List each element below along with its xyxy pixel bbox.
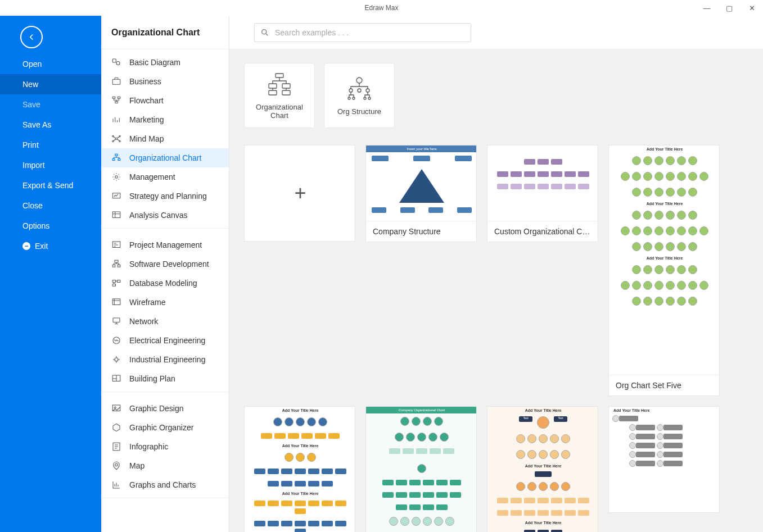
category-item-graphic-design[interactable]: Graphic Design: [101, 399, 229, 418]
file-menu-export-send[interactable]: Export & Send: [0, 175, 101, 195]
map-icon: [111, 461, 121, 471]
file-menu-import[interactable]: Import: [0, 155, 101, 175]
category-item-software-development[interactable]: Software Development: [101, 254, 229, 274]
software-icon: [111, 259, 121, 269]
category-item-label: Building Plan: [129, 374, 175, 383]
template-custom-organizational-chart[interactable]: Custom Organizational Chart...: [487, 145, 598, 242]
svg-point-39: [356, 78, 362, 83]
file-menu-save[interactable]: Save: [0, 94, 101, 115]
template-bluegold[interactable]: Add Your Title HereAdd Your Title HereAd…: [244, 406, 355, 532]
category-item-management[interactable]: Management: [101, 167, 229, 187]
category-item-infographic[interactable]: Infographic: [101, 437, 229, 456]
template-tealorg[interactable]: Company Organizational Chart: [365, 406, 477, 532]
strategy-icon: [111, 191, 121, 201]
svg-rect-18: [115, 260, 118, 262]
canvas-icon: [111, 210, 121, 220]
svg-rect-5: [115, 102, 118, 103]
close-button[interactable]: ✕: [741, 0, 763, 16]
file-menu-exit[interactable]: −Exit: [0, 236, 101, 256]
svg-point-45: [364, 97, 366, 99]
back-button[interactable]: [20, 26, 43, 48]
flow-icon: [111, 96, 121, 106]
category-item-map[interactable]: Map: [101, 456, 229, 475]
template-org-chart-set-two[interactable]: Add Your Title HereTextTextAdd Your Titl…: [487, 406, 598, 532]
template-greyboxes[interactable]: Add Your Title Here: [608, 406, 720, 513]
category-item-label: Wireframe: [129, 298, 166, 307]
file-menu-label: Options: [22, 221, 49, 230]
svg-rect-11: [115, 154, 118, 156]
svg-point-30: [114, 407, 116, 408]
file-menu-options[interactable]: Options: [0, 216, 101, 236]
svg-point-40: [349, 89, 353, 92]
svg-rect-34: [276, 74, 283, 78]
svg-rect-2: [112, 79, 120, 84]
category-item-flowchart[interactable]: Flowchart: [101, 91, 229, 110]
file-menu-close[interactable]: Close: [0, 195, 101, 216]
category-item-analysis-canvas[interactable]: Analysis Canvas: [101, 206, 229, 225]
briefcase-icon: [111, 76, 121, 87]
category-item-marketing[interactable]: Marketing: [101, 110, 229, 129]
file-menu-open[interactable]: Open: [0, 54, 101, 74]
chart-icon: [111, 480, 121, 490]
search-icon: [260, 28, 269, 37]
exit-icon: −: [22, 242, 30, 250]
file-menu-label: Import: [22, 161, 45, 170]
ee-icon: [111, 335, 121, 345]
category-item-industrial-engineering[interactable]: Industrial Engineering: [101, 350, 229, 369]
category-item-label: Infographic: [129, 442, 168, 451]
diagram-type-org-structure[interactable]: Org Structure: [324, 63, 395, 128]
mindmap-icon: [111, 134, 121, 144]
category-item-organizational-chart[interactable]: Organizational Chart: [101, 148, 229, 167]
category-item-label: Graphic Organizer: [129, 423, 193, 432]
svg-point-32: [115, 463, 118, 466]
category-item-label: Flowchart: [129, 96, 164, 105]
category-item-electrical-engineering[interactable]: Electrical Engineering: [101, 331, 229, 350]
category-item-database-modeling[interactable]: Database Modeling: [101, 274, 229, 293]
minimize-button[interactable]: —: [696, 0, 718, 16]
svg-rect-38: [282, 90, 290, 95]
template-company-structure[interactable]: Insert your title hereCompany Structure: [365, 145, 477, 242]
category-item-label: Graphic Design: [129, 404, 184, 413]
category-item-building-plan[interactable]: Building Plan: [101, 369, 229, 388]
category-item-mind-map[interactable]: Mind Map: [101, 129, 229, 148]
category-item-basic-diagram[interactable]: Basic Diagram: [101, 53, 229, 72]
category-item-label: Basic Diagram: [129, 58, 180, 67]
svg-point-46: [368, 97, 371, 99]
maximize-button[interactable]: ▢: [718, 0, 741, 16]
svg-point-1: [116, 62, 120, 65]
category-item-project-management[interactable]: Project Management: [101, 235, 229, 254]
svg-point-33: [262, 29, 267, 34]
category-item-business[interactable]: Business: [101, 72, 229, 91]
file-menu-print[interactable]: Print: [0, 135, 101, 155]
search-input[interactable]: [275, 28, 465, 37]
file-menu-save-as[interactable]: Save As: [0, 115, 101, 135]
category-item-label: Software Development: [129, 260, 209, 269]
category-item-wireframe[interactable]: Wireframe: [101, 293, 229, 312]
category-item-label: Project Management: [129, 240, 202, 249]
svg-rect-21: [112, 280, 115, 283]
category-item-network[interactable]: Network: [101, 312, 229, 331]
svg-rect-36: [282, 84, 290, 88]
category-title: Organizational Chart: [101, 16, 229, 49]
svg-rect-4: [118, 97, 120, 98]
category-item-graphic-organizer[interactable]: Graphic Organizer: [101, 418, 229, 437]
category-item-strategy-and-planning[interactable]: Strategy and Planning: [101, 187, 229, 206]
svg-rect-12: [112, 159, 115, 161]
category-item-graphs-and-charts[interactable]: Graphs and Charts: [101, 475, 229, 494]
svg-rect-19: [112, 265, 115, 267]
diagram-type-organizational-chart[interactable]: Organizational Chart: [244, 63, 315, 128]
shapes-icon: [111, 57, 121, 67]
file-menu-label: Open: [22, 60, 42, 69]
main-panel: Organizational ChartOrg Structure +Inser…: [229, 16, 763, 532]
file-menu-new[interactable]: New: [0, 74, 101, 94]
file-menu-label: Print: [22, 140, 39, 149]
gear-icon: [111, 172, 121, 182]
svg-point-27: [115, 358, 118, 361]
category-item-label: Mind Map: [129, 134, 164, 143]
gantt-icon: [111, 240, 121, 250]
search-box[interactable]: [254, 23, 471, 42]
svg-rect-13: [118, 159, 120, 161]
file-menu-label: Save As: [22, 120, 51, 129]
template-org-chart-set-five[interactable]: Add Your Title HereAdd Your Title HereAd…: [608, 145, 720, 396]
template-blank[interactable]: +: [244, 145, 355, 242]
